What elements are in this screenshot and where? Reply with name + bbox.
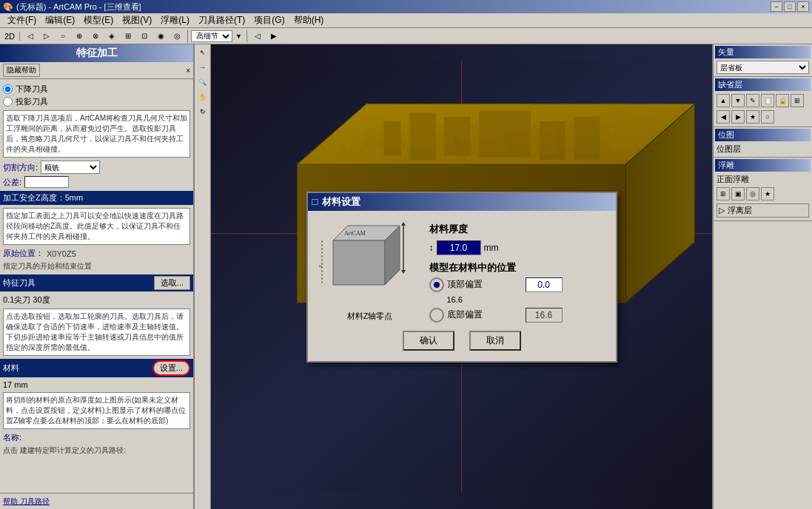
relief-icon-3[interactable]: ◎ bbox=[746, 187, 759, 200]
lt-rotate[interactable]: ↻ bbox=[196, 105, 209, 118]
home-pos-value: X0Y0Z5 bbox=[47, 249, 76, 258]
minimize-button[interactable]: − bbox=[771, 1, 782, 12]
vectors-item: 层省板 bbox=[715, 60, 811, 75]
close-button[interactable]: × bbox=[797, 1, 809, 12]
vectors-select[interactable]: 层省板 bbox=[717, 61, 809, 74]
maximize-button[interactable]: □ bbox=[784, 1, 796, 12]
menu-edit[interactable]: 编辑(E) bbox=[41, 13, 79, 28]
title-bar: 🎨 (无标题) - ArtCAM Pro - [三维查看] − □ × bbox=[0, 0, 812, 13]
modal-body: ArtCAM Z 材料Z轴零点 bbox=[308, 211, 616, 361]
toolbar-extra1[interactable]: ▶ bbox=[266, 30, 281, 43]
thickness-input-row: ↕ mm bbox=[429, 240, 563, 255]
bitmap-item: 位图层 bbox=[715, 143, 811, 155]
menu-relief[interactable]: 浮雕(L) bbox=[156, 13, 194, 28]
feature-tool-select-button[interactable]: 选取... bbox=[154, 276, 190, 290]
toolbar-arrow-icon[interactable]: ◁ bbox=[250, 30, 265, 43]
tool-full-desc: 点击选取按钮，选取加工轮廓的刀具。选取刀具后，请确保选取了合适的下切速率，进给速… bbox=[3, 309, 190, 356]
layer-icon-7[interactable]: ◀ bbox=[717, 110, 730, 124]
lt-arrow[interactable]: → bbox=[196, 61, 209, 74]
relief-icon-2[interactable]: ▣ bbox=[731, 187, 745, 200]
projection-cutter-radio[interactable] bbox=[3, 97, 13, 107]
layer-icon-row-2: ◀ ▶ ★ ○ bbox=[715, 109, 811, 125]
thickness-input[interactable] bbox=[437, 240, 481, 255]
modal-content-area: ArtCAM Z 材料Z轴零点 bbox=[318, 218, 605, 325]
svg-marker-8 bbox=[333, 240, 385, 285]
menu-view[interactable]: 视图(V) bbox=[118, 13, 156, 28]
drop-cutter-label: 下降刀具 bbox=[16, 84, 48, 95]
toolbar-nav-section: ◁ ▷ ○ ⊕ ⊗ ◈ ⊞ ⊡ ◉ ◎ bbox=[23, 30, 188, 43]
help-close-icon[interactable]: × bbox=[186, 67, 190, 75]
bitmap-title: 位图 bbox=[715, 129, 811, 141]
relief-icon-4[interactable]: ★ bbox=[761, 187, 774, 200]
material-label: 材料 bbox=[3, 363, 19, 374]
layer-icon-8[interactable]: ▶ bbox=[731, 110, 745, 124]
name-desc: 点击 建建特定即计算定义的刀具路径: bbox=[3, 445, 190, 456]
tolerance-input[interactable]: 0.01 bbox=[24, 176, 69, 188]
bottom-offset-radio-visual bbox=[429, 308, 444, 323]
toolbar-dot-circle[interactable]: ◉ bbox=[153, 30, 168, 43]
toolbar-arrow-left[interactable]: ◁ bbox=[23, 30, 38, 43]
home-pos-label: 原始位置： bbox=[3, 248, 44, 259]
relief-layer-item[interactable]: ▷ 浮离层 bbox=[717, 203, 809, 218]
menu-toolpath[interactable]: 刀具路径(T) bbox=[194, 13, 249, 28]
home-pos-desc: 指定刀具的开始和结束位置 bbox=[3, 261, 190, 272]
menu-file[interactable]: 文件(F) bbox=[3, 13, 41, 28]
left-mini-toolbar: ↖ → 🔍 ✋ ↻ bbox=[195, 44, 211, 509]
left-panel-title: 特征加工 bbox=[0, 44, 193, 62]
layer-icon-1[interactable]: ▲ bbox=[717, 94, 730, 107]
menu-help[interactable]: 帮助(H) bbox=[289, 13, 329, 28]
relief-icon-1[interactable]: ⊞ bbox=[717, 187, 730, 200]
material-diagram-svg: ArtCAM Z bbox=[318, 218, 415, 307]
toolbar-box[interactable]: ⊡ bbox=[137, 30, 152, 43]
material-value: 17 mm bbox=[3, 380, 28, 389]
bottom-offset-input[interactable] bbox=[526, 308, 563, 323]
right-panel: 矢量 层省板 缺省层 ▲ ▼ ✎ 📋 🔒 ⊞ bbox=[712, 44, 812, 509]
menu-model[interactable]: 模型(E) bbox=[79, 13, 118, 28]
help-link[interactable]: 帮助 刀具路径 bbox=[3, 496, 50, 507]
layer-icon-6[interactable]: ⊞ bbox=[791, 94, 804, 107]
3d-viewport[interactable]: TA JI □ 材料设置 bbox=[211, 44, 712, 509]
cutter-description: 选取下降刀具选项后，ArtCAM将检查刀具几何尺寸和加工浮雕间的距离，从而避免过… bbox=[3, 110, 190, 158]
top-offset-input[interactable] bbox=[526, 277, 563, 292]
layer-icon-2[interactable]: ▼ bbox=[731, 94, 745, 107]
layer-icon-3[interactable]: ✎ bbox=[746, 94, 759, 107]
main-layout: 特征加工 隐藏帮助 × 下降刀具 投影刀具 选取下降刀具选项后，ArtCAM将检… bbox=[0, 44, 812, 509]
cutting-direction-row: 切割方向: 顺铣 逆铣 bbox=[3, 161, 190, 174]
cutting-direction-select[interactable]: 顺铣 逆铣 bbox=[41, 161, 100, 174]
cancel-button[interactable]: 取消 bbox=[469, 331, 521, 351]
menu-project[interactable]: 项目(G) bbox=[249, 13, 289, 28]
confirm-button[interactable]: 确认 bbox=[403, 331, 454, 351]
vectors-section: 矢量 层省板 bbox=[714, 44, 812, 77]
detail-select[interactable]: 高细节 中细节 低细节 bbox=[191, 30, 232, 42]
toolbar-zoom-in[interactable]: ⊕ bbox=[72, 30, 87, 43]
material-setup-button[interactable]: 设置... bbox=[152, 360, 190, 376]
toolbar-crosshair[interactable]: ◈ bbox=[104, 30, 119, 43]
lt-zoom[interactable]: 🔍 bbox=[196, 75, 209, 89]
toolbar-ring[interactable]: ◎ bbox=[170, 30, 184, 43]
toolbar-grid[interactable]: ⊞ bbox=[121, 30, 135, 43]
layer-icon-5[interactable]: 🔒 bbox=[776, 94, 789, 107]
layer-icon-row: ▲ ▼ ✎ 📋 🔒 ⊞ bbox=[715, 92, 811, 109]
name-label: 名称: bbox=[3, 432, 21, 443]
top-offset-row: 顶部偏置 bbox=[429, 277, 563, 292]
svg-marker-13 bbox=[401, 270, 406, 274]
layer-icon-4[interactable]: 📋 bbox=[761, 94, 774, 107]
hide-help-button[interactable]: 隐藏帮助 bbox=[3, 64, 40, 77]
relief-sublabel: 浮离层 bbox=[728, 205, 752, 216]
safe-z-label: 加工安全Z高度：5mm bbox=[3, 192, 83, 203]
toolbar-circle[interactable]: ○ bbox=[56, 30, 70, 43]
drop-cutter-radio[interactable] bbox=[3, 84, 13, 94]
thickness-arrow: ↕ bbox=[429, 243, 434, 253]
top-offset-sub-value: 16.6 bbox=[447, 295, 463, 304]
tree-arrow: ▷ bbox=[719, 206, 725, 215]
bottom-offset-label: 底部偏置 bbox=[447, 309, 483, 321]
toolbar-arrow-right[interactable]: ▷ bbox=[39, 30, 54, 43]
lt-pan[interactable]: ✋ bbox=[196, 90, 209, 104]
toolbar-zoom-out[interactable]: ⊗ bbox=[88, 30, 103, 43]
material-desc: 将切削的材料的原点和厚度如上图所示(如果未定义材料，点击设置按钮，定义材料)上图… bbox=[3, 392, 190, 429]
lt-cursor[interactable]: ↖ bbox=[196, 46, 209, 59]
default-layer-section: 缺省层 ▲ ▼ ✎ 📋 🔒 ⊞ ◀ ▶ ★ ○ bbox=[714, 77, 812, 127]
layer-icon-9[interactable]: ★ bbox=[746, 110, 759, 124]
window-controls: − □ × bbox=[771, 1, 809, 12]
layer-icon-10[interactable]: ○ bbox=[761, 110, 774, 124]
